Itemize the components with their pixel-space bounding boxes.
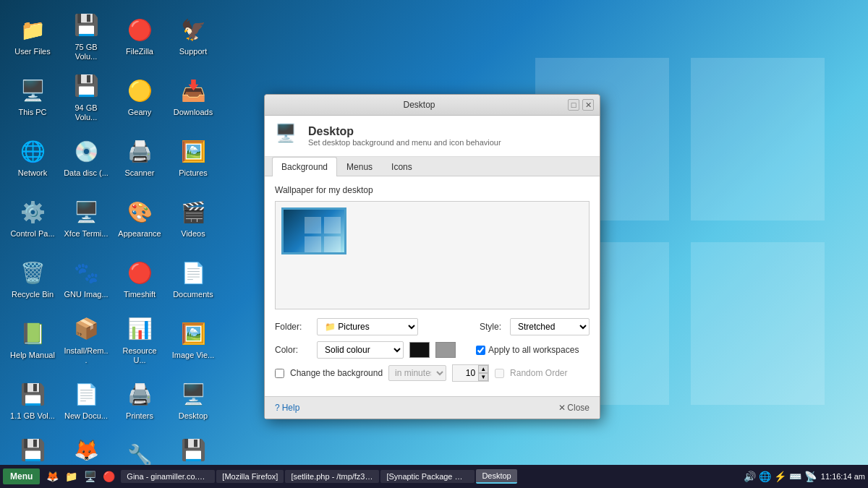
icon-image-recycle-bin: 🗑️ [18, 258, 47, 287]
color-label: Color: [275, 345, 311, 355]
tray-icon-2[interactable]: 🌐 [759, 471, 771, 482]
desktop-icon-this-pc[interactable]: 🖥️ This PC [7, 68, 58, 126]
wallpaper-section-label: Wallpaper for my desktop [275, 185, 590, 195]
taskbar-app-1[interactable]: [Mozilla Firefox] [216, 470, 284, 483]
dialog-controls: □ ✕ [568, 99, 594, 111]
start-button[interactable]: Menu [3, 468, 40, 484]
taskbar-icon-files[interactable]: 📁 [63, 468, 79, 484]
desktop-icon-gnu-image[interactable]: 🐾 GNU Imag... [61, 250, 111, 308]
desktop-icon-install-rem[interactable]: 📦 Install/Rem... [61, 311, 111, 369]
taskbar-icon-firefox[interactable]: 🦊 [44, 468, 60, 484]
icon-label-support: Support [179, 47, 208, 56]
icon-image-scanner: 🖨️ [125, 137, 154, 166]
desktop-icon-documents[interactable]: 📄 Documents [168, 250, 218, 308]
desktop-icon-data-disc[interactable]: 💿 Data disc (... [61, 129, 111, 187]
tab-icons[interactable]: Icons [382, 157, 422, 176]
tab-menus[interactable]: Menus [337, 157, 382, 176]
in-minutes-select[interactable]: in minutes: [388, 365, 446, 381]
dialog-title: Desktop [271, 100, 568, 110]
taskbar-app-0[interactable]: Gina - ginamiller.co.uk... [121, 470, 215, 483]
desktop-icon-pictures[interactable]: 🖼️ Pictures [168, 129, 218, 187]
change-bg-checkbox[interactable] [275, 369, 284, 378]
desktop-icon-videos[interactable]: 🎬 Videos [168, 189, 218, 247]
icon-image-data-disc: 💿 [72, 137, 101, 166]
random-order-checkbox[interactable] [495, 369, 504, 378]
desktop-icon-network[interactable]: 🌐 Network [7, 129, 58, 187]
desktop-icon-new-doc[interactable]: 📄 New Docu... [61, 372, 111, 429]
icon-label-pictures: Pictures [179, 168, 208, 178]
desktop-icon-resource-u[interactable]: 📊 Resource U... [114, 311, 165, 369]
desktop-icon-1gb-vol[interactable]: 💾 1.1 GB Vol... [7, 372, 58, 429]
icon-image-94gb-vol: 💾 [72, 72, 101, 100]
color-swatch-gray[interactable] [435, 342, 456, 358]
icon-image-support: 🦅 [179, 15, 208, 44]
taskbar-app-2[interactable]: [setlite.php - /tmp/fz3t... [285, 470, 379, 483]
desktop-icon-75gb-vol[interactable]: 💾 75 GB Volu... [61, 7, 111, 65]
taskbar-apps: Gina - ginamiller.co.uk...[Mozilla Firef… [121, 469, 744, 484]
desktop-icon-scanner[interactable]: 🖨️ Scanner [114, 129, 165, 187]
desktop-icon-user-files[interactable]: 📁 User Files [7, 7, 58, 65]
icon-label-1gb-vol: 1.1 GB Vol... [10, 411, 55, 421]
dialog-close-button[interactable]: ✕ [582, 99, 594, 111]
taskbar-time: 11:16:14 am [821, 472, 865, 481]
desktop-icon-printers[interactable]: 🖨️ Printers [114, 372, 165, 429]
icon-label-network: Network [18, 168, 47, 178]
tray-icon-3[interactable]: ⚡ [774, 471, 786, 482]
desktop-icon-downloads[interactable]: 📥 Downloads [168, 68, 218, 126]
spinner-down[interactable]: ▼ [478, 373, 488, 381]
desktop-icon-recycle-bin[interactable]: 🗑️ Recycle Bin [7, 250, 58, 308]
desktop-icon-image-view[interactable]: 🖼️ Image Vie... [168, 311, 218, 369]
desktop-icon-grid: 📁 User Files 💾 75 GB Volu... 🔴 FileZilla… [7, 7, 218, 488]
system-tray: 🔊 🌐 ⚡ ⌨️ 📡 [744, 471, 817, 482]
icon-label-scanner: Scanner [125, 168, 155, 178]
icon-image-1gb-vol: 💾 [18, 380, 47, 408]
icon-label-control-panel: Control Pa... [10, 229, 54, 239]
icon-label-image-view: Image Vie... [172, 351, 215, 360]
close-button[interactable]: ✕ Close [558, 403, 590, 413]
apply-all-checkbox[interactable] [476, 346, 485, 355]
style-select[interactable]: Stretched Centered Tiled Scaled Zoomed [510, 318, 590, 335]
taskbar-icon-term[interactable]: 🖥️ [82, 468, 98, 484]
tray-icon-4[interactable]: ⌨️ [789, 471, 801, 482]
dialog-header: 🖥️ Desktop Set desktop background and me… [265, 116, 600, 157]
dialog-header-title: Desktop [308, 125, 501, 138]
taskbar-app-3[interactable]: [Synaptic Package Man... [380, 470, 475, 483]
desktop-icon-appearance[interactable]: 🎨 Appearance [114, 189, 165, 247]
taskbar-icon-fz[interactable]: 🔴 [101, 468, 116, 484]
icon-image-printers: 🖨️ [125, 380, 154, 408]
color-swatch-black[interactable] [409, 342, 430, 358]
icon-label-gnu-image: GNU Imag... [64, 290, 108, 299]
desktop-icon-geany[interactable]: 🟡 Geany [114, 68, 165, 126]
desktop-icon-94gb-vol[interactable]: 💾 94 GB Volu... [61, 68, 111, 126]
desktop-icon-help-manual[interactable]: 📗 Help Manual [7, 311, 58, 369]
tab-background[interactable]: Background [272, 157, 337, 176]
icon-image-timeshift: 🔴 [125, 258, 154, 287]
close-icon: ✕ [558, 403, 566, 413]
taskbar-app-4[interactable]: Desktop [476, 469, 516, 484]
wallpaper-grid[interactable] [275, 201, 590, 309]
dialog-maximize-button[interactable]: □ [568, 99, 579, 111]
icon-label-printers: Printers [126, 411, 153, 421]
desktop-icon-filezilla[interactable]: 🔴 FileZilla [114, 7, 165, 65]
desktop-icon-support[interactable]: 🦅 Support [168, 7, 218, 65]
desktop-icon-desktop-icon[interactable]: 🖥️ Desktop [168, 372, 218, 429]
desktop-icon-xfce-term[interactable]: 🖥️ Xfce Termi... [61, 189, 111, 247]
help-link[interactable]: ? Help [275, 403, 299, 413]
tray-icon-fz[interactable]: 📡 [804, 471, 817, 482]
icon-image-filezilla: 🔴 [125, 15, 154, 44]
icon-image-new-doc: 📄 [72, 380, 101, 408]
wallpaper-thumb-1[interactable] [281, 207, 346, 254]
tray-icon-1[interactable]: 🔊 [744, 471, 756, 482]
icon-image-videos: 🎬 [179, 197, 208, 226]
minutes-spinner[interactable]: ▲ ▼ [478, 365, 488, 381]
desktop-icon-timeshift[interactable]: 🔴 Timeshift [114, 250, 165, 308]
icon-label-appearance: Appearance [118, 229, 161, 239]
icon-label-xfce-term: Xfce Termi... [64, 229, 109, 239]
icon-image-user-files: 📁 [18, 15, 47, 44]
minutes-input[interactable] [453, 367, 478, 380]
icon-label-downloads: Downloads [174, 108, 213, 117]
folder-select[interactable]: 📁 Pictures [317, 318, 418, 335]
desktop-icon-control-panel[interactable]: ⚙️ Control Pa... [7, 189, 58, 247]
color-select[interactable]: Solid colour [317, 341, 404, 359]
spinner-up[interactable]: ▲ [478, 365, 488, 373]
